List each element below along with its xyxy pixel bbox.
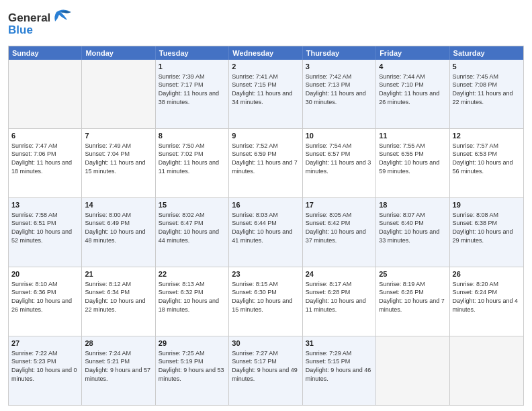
calendar-cell [450, 336, 523, 405]
calendar-cell: 5Sunrise: 7:45 AMSunset: 7:08 PMDaylight… [450, 60, 523, 128]
svg-text:Blue: Blue [8, 24, 33, 36]
svg-text:General: General [8, 11, 50, 24]
calendar-row: 13Sunrise: 7:58 AMSunset: 6:51 PMDayligh… [9, 197, 523, 267]
cell-details: Sunrise: 7:24 AMSunset: 5:21 PMDaylight:… [85, 350, 150, 382]
day-number: 6 [11, 131, 79, 141]
cell-details: Sunrise: 7:58 AMSunset: 6:51 PMDaylight:… [11, 212, 72, 244]
calendar-cell: 9Sunrise: 7:52 AMSunset: 6:59 PMDaylight… [229, 129, 302, 197]
calendar-cell: 12Sunrise: 7:57 AMSunset: 6:53 PMDayligh… [450, 129, 523, 197]
cell-details: Sunrise: 7:29 AMSunset: 5:15 PMDaylight:… [306, 350, 371, 382]
calendar-header: SundayMondayTuesdayWednesdayThursdayFrid… [9, 46, 523, 60]
calendar-row: 27Sunrise: 7:22 AMSunset: 5:23 PMDayligh… [9, 336, 523, 405]
day-number: 17 [306, 200, 373, 210]
day-number: 19 [453, 200, 521, 210]
calendar-cell: 31Sunrise: 7:29 AMSunset: 5:15 PMDayligh… [303, 336, 376, 405]
weekday-header: Monday [82, 46, 155, 60]
cell-details: Sunrise: 8:03 AMSunset: 6:44 PMDaylight:… [232, 212, 292, 244]
calendar-cell: 26Sunrise: 8:20 AMSunset: 6:24 PMDayligh… [450, 267, 523, 336]
weekday-header: Tuesday [156, 46, 229, 60]
cell-details: Sunrise: 7:45 AMSunset: 7:08 PMDaylight:… [453, 73, 513, 105]
calendar-cell: 21Sunrise: 8:12 AMSunset: 6:34 PMDayligh… [82, 267, 155, 336]
cell-details: Sunrise: 7:54 AMSunset: 6:57 PMDaylight:… [306, 142, 371, 175]
cell-details: Sunrise: 8:13 AMSunset: 6:32 PMDaylight:… [159, 281, 219, 313]
calendar-cell: 24Sunrise: 8:17 AMSunset: 6:28 PMDayligh… [303, 267, 376, 336]
calendar-cell: 28Sunrise: 7:24 AMSunset: 5:21 PMDayligh… [82, 336, 155, 405]
calendar-cell: 10Sunrise: 7:54 AMSunset: 6:57 PMDayligh… [303, 129, 376, 197]
cell-details: Sunrise: 7:47 AMSunset: 7:06 PMDaylight:… [11, 142, 72, 175]
cell-details: Sunrise: 7:57 AMSunset: 6:53 PMDaylight:… [453, 142, 513, 175]
calendar-row: 20Sunrise: 8:10 AMSunset: 6:36 PMDayligh… [9, 267, 523, 336]
weekday-header: Thursday [303, 46, 376, 60]
calendar-cell: 19Sunrise: 8:08 AMSunset: 6:38 PMDayligh… [450, 198, 523, 267]
calendar-cell [82, 60, 155, 128]
cell-details: Sunrise: 7:49 AMSunset: 7:04 PMDaylight:… [85, 142, 145, 175]
calendar-cell: 16Sunrise: 8:03 AMSunset: 6:44 PMDayligh… [229, 198, 302, 267]
cell-details: Sunrise: 8:05 AMSunset: 6:42 PMDaylight:… [306, 212, 366, 244]
calendar-cell: 23Sunrise: 8:15 AMSunset: 6:30 PMDayligh… [229, 267, 302, 336]
day-number: 1 [159, 62, 226, 72]
calendar: SundayMondayTuesdayWednesdayThursdayFrid… [8, 46, 524, 406]
calendar-row: 1Sunrise: 7:39 AMSunset: 7:17 PMDaylight… [9, 60, 523, 128]
calendar-cell [376, 336, 449, 405]
day-number: 26 [453, 269, 521, 279]
cell-details: Sunrise: 8:07 AMSunset: 6:40 PMDaylight:… [379, 212, 439, 244]
cell-details: Sunrise: 8:15 AMSunset: 6:30 PMDaylight:… [232, 281, 292, 313]
calendar-cell: 30Sunrise: 7:27 AMSunset: 5:17 PMDayligh… [229, 336, 302, 405]
weekday-header: Wednesday [229, 46, 302, 60]
day-number: 20 [11, 269, 79, 279]
day-number: 8 [159, 131, 226, 141]
calendar-cell: 20Sunrise: 8:10 AMSunset: 6:36 PMDayligh… [9, 267, 82, 336]
weekday-header: Saturday [450, 46, 523, 60]
day-number: 4 [379, 62, 446, 72]
cell-details: Sunrise: 8:02 AMSunset: 6:47 PMDaylight:… [159, 212, 219, 244]
day-number: 9 [232, 131, 299, 141]
day-number: 24 [306, 269, 373, 279]
cell-details: Sunrise: 7:25 AMSunset: 5:19 PMDaylight:… [159, 350, 224, 382]
day-number: 30 [232, 338, 299, 349]
day-number: 22 [159, 269, 226, 279]
calendar-cell [9, 60, 82, 128]
calendar-cell: 14Sunrise: 8:00 AMSunset: 6:49 PMDayligh… [82, 198, 155, 267]
day-number: 28 [85, 338, 152, 349]
cell-details: Sunrise: 8:10 AMSunset: 6:36 PMDaylight:… [11, 281, 72, 313]
calendar-cell: 6Sunrise: 7:47 AMSunset: 7:06 PMDaylight… [9, 129, 82, 197]
calendar-cell: 11Sunrise: 7:55 AMSunset: 6:55 PMDayligh… [376, 129, 449, 197]
calendar-cell: 3Sunrise: 7:42 AMSunset: 7:13 PMDaylight… [303, 60, 376, 128]
day-number: 7 [85, 131, 152, 141]
cell-details: Sunrise: 7:44 AMSunset: 7:10 PMDaylight:… [379, 73, 439, 105]
calendar-cell: 2Sunrise: 7:41 AMSunset: 7:15 PMDaylight… [229, 60, 302, 128]
calendar-cell: 8Sunrise: 7:50 AMSunset: 7:02 PMDaylight… [156, 129, 229, 197]
cell-details: Sunrise: 7:27 AMSunset: 5:17 PMDaylight:… [232, 350, 298, 382]
calendar-cell: 4Sunrise: 7:44 AMSunset: 7:10 PMDaylight… [376, 60, 449, 128]
cell-details: Sunrise: 7:22 AMSunset: 5:23 PMDaylight:… [11, 350, 77, 382]
calendar-cell: 29Sunrise: 7:25 AMSunset: 5:19 PMDayligh… [156, 336, 229, 405]
cell-details: Sunrise: 8:19 AMSunset: 6:26 PMDaylight:… [379, 281, 445, 313]
cell-details: Sunrise: 7:55 AMSunset: 6:55 PMDaylight:… [379, 142, 439, 175]
cell-details: Sunrise: 7:39 AMSunset: 7:17 PMDaylight:… [159, 73, 219, 105]
calendar-row: 6Sunrise: 7:47 AMSunset: 7:06 PMDaylight… [9, 128, 523, 197]
day-number: 23 [232, 269, 299, 279]
weekday-header: Sunday [9, 46, 82, 60]
cell-details: Sunrise: 8:12 AMSunset: 6:34 PMDaylight:… [85, 281, 145, 313]
logo: General Blue [8, 7, 72, 42]
day-number: 10 [306, 131, 373, 141]
day-number: 15 [159, 200, 226, 210]
day-number: 3 [306, 62, 373, 72]
cell-details: Sunrise: 8:17 AMSunset: 6:28 PMDaylight:… [306, 281, 366, 313]
day-number: 12 [453, 131, 521, 141]
calendar-cell: 27Sunrise: 7:22 AMSunset: 5:23 PMDayligh… [9, 336, 82, 405]
day-number: 11 [379, 131, 446, 141]
day-number: 29 [159, 338, 226, 349]
day-number: 14 [85, 200, 152, 210]
calendar-cell: 7Sunrise: 7:49 AMSunset: 7:04 PMDaylight… [82, 129, 155, 197]
cell-details: Sunrise: 7:41 AMSunset: 7:15 PMDaylight:… [232, 73, 292, 105]
calendar-cell: 13Sunrise: 7:58 AMSunset: 6:51 PMDayligh… [9, 198, 82, 267]
cell-details: Sunrise: 8:20 AMSunset: 6:24 PMDaylight:… [453, 281, 519, 313]
calendar-body: 1Sunrise: 7:39 AMSunset: 7:17 PMDaylight… [9, 60, 523, 405]
calendar-cell: 15Sunrise: 8:02 AMSunset: 6:47 PMDayligh… [156, 198, 229, 267]
header: General Blue [8, 7, 524, 42]
day-number: 21 [85, 269, 152, 279]
calendar-cell: 17Sunrise: 8:05 AMSunset: 6:42 PMDayligh… [303, 198, 376, 267]
cell-details: Sunrise: 7:50 AMSunset: 7:02 PMDaylight:… [159, 142, 219, 175]
main-container: General Blue SundayMondayTuesdayWednesda… [0, 0, 532, 411]
